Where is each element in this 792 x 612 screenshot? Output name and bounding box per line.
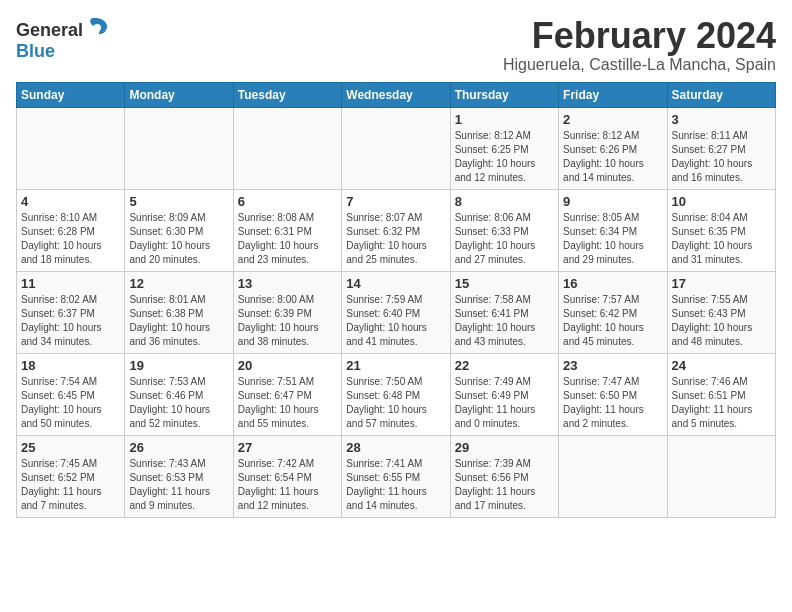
- calendar-cell: [342, 107, 450, 189]
- calendar-week-row: 1Sunrise: 8:12 AM Sunset: 6:25 PM Daylig…: [17, 107, 776, 189]
- calendar-cell: 1Sunrise: 8:12 AM Sunset: 6:25 PM Daylig…: [450, 107, 558, 189]
- cell-info: Sunrise: 7:57 AM Sunset: 6:42 PM Dayligh…: [563, 293, 662, 349]
- logo-general: General: [16, 20, 83, 40]
- calendar-cell: [125, 107, 233, 189]
- calendar-cell: 14Sunrise: 7:59 AM Sunset: 6:40 PM Dayli…: [342, 271, 450, 353]
- cell-info: Sunrise: 7:47 AM Sunset: 6:50 PM Dayligh…: [563, 375, 662, 431]
- cell-info: Sunrise: 7:54 AM Sunset: 6:45 PM Dayligh…: [21, 375, 120, 431]
- cell-info: Sunrise: 8:11 AM Sunset: 6:27 PM Dayligh…: [672, 129, 771, 185]
- calendar-cell: 28Sunrise: 7:41 AM Sunset: 6:55 PM Dayli…: [342, 435, 450, 517]
- cell-info: Sunrise: 7:49 AM Sunset: 6:49 PM Dayligh…: [455, 375, 554, 431]
- calendar-cell: 2Sunrise: 8:12 AM Sunset: 6:26 PM Daylig…: [559, 107, 667, 189]
- header: General Blue February 2024 Higueruela, C…: [16, 16, 776, 74]
- calendar-cell: 26Sunrise: 7:43 AM Sunset: 6:53 PM Dayli…: [125, 435, 233, 517]
- header-day-wednesday: Wednesday: [342, 82, 450, 107]
- header-day-saturday: Saturday: [667, 82, 775, 107]
- header-day-sunday: Sunday: [17, 82, 125, 107]
- calendar-cell: 8Sunrise: 8:06 AM Sunset: 6:33 PM Daylig…: [450, 189, 558, 271]
- day-number: 12: [129, 276, 228, 291]
- cell-info: Sunrise: 8:09 AM Sunset: 6:30 PM Dayligh…: [129, 211, 228, 267]
- calendar-cell: 4Sunrise: 8:10 AM Sunset: 6:28 PM Daylig…: [17, 189, 125, 271]
- calendar-cell: 7Sunrise: 8:07 AM Sunset: 6:32 PM Daylig…: [342, 189, 450, 271]
- logo-text: General Blue: [16, 16, 109, 62]
- day-number: 17: [672, 276, 771, 291]
- day-number: 15: [455, 276, 554, 291]
- day-number: 14: [346, 276, 445, 291]
- calendar-cell: 12Sunrise: 8:01 AM Sunset: 6:38 PM Dayli…: [125, 271, 233, 353]
- day-number: 6: [238, 194, 337, 209]
- day-number: 11: [21, 276, 120, 291]
- day-number: 5: [129, 194, 228, 209]
- calendar-cell: 15Sunrise: 7:58 AM Sunset: 6:41 PM Dayli…: [450, 271, 558, 353]
- cell-info: Sunrise: 7:42 AM Sunset: 6:54 PM Dayligh…: [238, 457, 337, 513]
- header-day-friday: Friday: [559, 82, 667, 107]
- cell-info: Sunrise: 7:53 AM Sunset: 6:46 PM Dayligh…: [129, 375, 228, 431]
- cell-info: Sunrise: 8:01 AM Sunset: 6:38 PM Dayligh…: [129, 293, 228, 349]
- logo: General Blue: [16, 16, 109, 62]
- day-number: 9: [563, 194, 662, 209]
- calendar-cell: 19Sunrise: 7:53 AM Sunset: 6:46 PM Dayli…: [125, 353, 233, 435]
- calendar-cell: 9Sunrise: 8:05 AM Sunset: 6:34 PM Daylig…: [559, 189, 667, 271]
- day-number: 1: [455, 112, 554, 127]
- header-day-thursday: Thursday: [450, 82, 558, 107]
- calendar-week-row: 4Sunrise: 8:10 AM Sunset: 6:28 PM Daylig…: [17, 189, 776, 271]
- cell-info: Sunrise: 7:59 AM Sunset: 6:40 PM Dayligh…: [346, 293, 445, 349]
- calendar-cell: 11Sunrise: 8:02 AM Sunset: 6:37 PM Dayli…: [17, 271, 125, 353]
- calendar-cell: 6Sunrise: 8:08 AM Sunset: 6:31 PM Daylig…: [233, 189, 341, 271]
- calendar-cell: 16Sunrise: 7:57 AM Sunset: 6:42 PM Dayli…: [559, 271, 667, 353]
- day-number: 8: [455, 194, 554, 209]
- calendar-cell: 3Sunrise: 8:11 AM Sunset: 6:27 PM Daylig…: [667, 107, 775, 189]
- cell-info: Sunrise: 8:04 AM Sunset: 6:35 PM Dayligh…: [672, 211, 771, 267]
- cell-info: Sunrise: 8:10 AM Sunset: 6:28 PM Dayligh…: [21, 211, 120, 267]
- calendar-cell: [17, 107, 125, 189]
- cell-info: Sunrise: 8:12 AM Sunset: 6:25 PM Dayligh…: [455, 129, 554, 185]
- cell-info: Sunrise: 7:45 AM Sunset: 6:52 PM Dayligh…: [21, 457, 120, 513]
- day-number: 19: [129, 358, 228, 373]
- day-number: 13: [238, 276, 337, 291]
- day-number: 25: [21, 440, 120, 455]
- day-number: 24: [672, 358, 771, 373]
- day-number: 3: [672, 112, 771, 127]
- day-number: 4: [21, 194, 120, 209]
- calendar-cell: 24Sunrise: 7:46 AM Sunset: 6:51 PM Dayli…: [667, 353, 775, 435]
- cell-info: Sunrise: 8:07 AM Sunset: 6:32 PM Dayligh…: [346, 211, 445, 267]
- calendar-cell: 21Sunrise: 7:50 AM Sunset: 6:48 PM Dayli…: [342, 353, 450, 435]
- day-number: 22: [455, 358, 554, 373]
- cell-info: Sunrise: 8:02 AM Sunset: 6:37 PM Dayligh…: [21, 293, 120, 349]
- cell-info: Sunrise: 8:12 AM Sunset: 6:26 PM Dayligh…: [563, 129, 662, 185]
- day-number: 7: [346, 194, 445, 209]
- header-day-tuesday: Tuesday: [233, 82, 341, 107]
- calendar-cell: 18Sunrise: 7:54 AM Sunset: 6:45 PM Dayli…: [17, 353, 125, 435]
- calendar-cell: 22Sunrise: 7:49 AM Sunset: 6:49 PM Dayli…: [450, 353, 558, 435]
- calendar-week-row: 18Sunrise: 7:54 AM Sunset: 6:45 PM Dayli…: [17, 353, 776, 435]
- calendar-cell: [667, 435, 775, 517]
- title-area: February 2024 Higueruela, Castille-La Ma…: [503, 16, 776, 74]
- cell-info: Sunrise: 7:50 AM Sunset: 6:48 PM Dayligh…: [346, 375, 445, 431]
- day-number: 18: [21, 358, 120, 373]
- cell-info: Sunrise: 8:08 AM Sunset: 6:31 PM Dayligh…: [238, 211, 337, 267]
- cell-info: Sunrise: 7:58 AM Sunset: 6:41 PM Dayligh…: [455, 293, 554, 349]
- cell-info: Sunrise: 7:43 AM Sunset: 6:53 PM Dayligh…: [129, 457, 228, 513]
- cell-info: Sunrise: 7:51 AM Sunset: 6:47 PM Dayligh…: [238, 375, 337, 431]
- cell-info: Sunrise: 7:46 AM Sunset: 6:51 PM Dayligh…: [672, 375, 771, 431]
- calendar-cell: [559, 435, 667, 517]
- calendar-cell: 20Sunrise: 7:51 AM Sunset: 6:47 PM Dayli…: [233, 353, 341, 435]
- cell-info: Sunrise: 8:05 AM Sunset: 6:34 PM Dayligh…: [563, 211, 662, 267]
- day-number: 16: [563, 276, 662, 291]
- day-number: 2: [563, 112, 662, 127]
- calendar-cell: 17Sunrise: 7:55 AM Sunset: 6:43 PM Dayli…: [667, 271, 775, 353]
- day-number: 21: [346, 358, 445, 373]
- month-title: February 2024: [503, 16, 776, 56]
- calendar-week-row: 11Sunrise: 8:02 AM Sunset: 6:37 PM Dayli…: [17, 271, 776, 353]
- logo-blue: Blue: [16, 41, 55, 61]
- cell-info: Sunrise: 7:41 AM Sunset: 6:55 PM Dayligh…: [346, 457, 445, 513]
- calendar-header-row: SundayMondayTuesdayWednesdayThursdayFrid…: [17, 82, 776, 107]
- calendar-cell: 10Sunrise: 8:04 AM Sunset: 6:35 PM Dayli…: [667, 189, 775, 271]
- calendar-cell: 27Sunrise: 7:42 AM Sunset: 6:54 PM Dayli…: [233, 435, 341, 517]
- cell-info: Sunrise: 8:06 AM Sunset: 6:33 PM Dayligh…: [455, 211, 554, 267]
- calendar-cell: 13Sunrise: 8:00 AM Sunset: 6:39 PM Dayli…: [233, 271, 341, 353]
- day-number: 29: [455, 440, 554, 455]
- day-number: 26: [129, 440, 228, 455]
- location-title: Higueruela, Castille-La Mancha, Spain: [503, 56, 776, 74]
- calendar-table: SundayMondayTuesdayWednesdayThursdayFrid…: [16, 82, 776, 518]
